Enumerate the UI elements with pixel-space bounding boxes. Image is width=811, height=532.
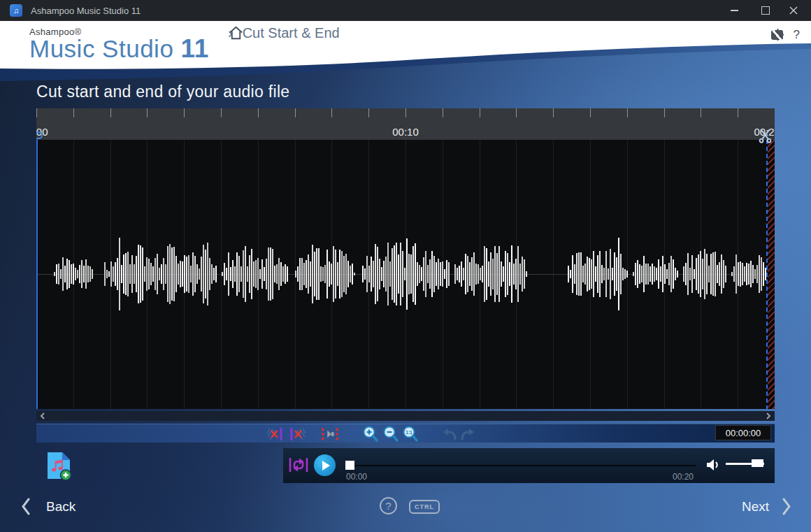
app-icon: ♫ [10, 4, 22, 17]
add-music-file-icon [46, 451, 72, 481]
maximize-icon [761, 6, 770, 15]
back-button[interactable]: Back [21, 498, 76, 515]
brand-name-label: Music Studio 11 [29, 37, 209, 61]
ctrl-shortcut-badge[interactable]: CTRL [409, 500, 440, 514]
ruler-label-middle: 00:10 [392, 126, 419, 138]
zoom-in-button[interactable] [361, 426, 380, 442]
titlebar: ♫ Ashampoo Music Studio 11 [0, 0, 811, 21]
chevron-left-icon [21, 498, 31, 515]
next-label: Next [742, 499, 769, 515]
selection-time-display: 00:00:00 [715, 425, 771, 440]
undo-icon [441, 427, 458, 441]
redo-button[interactable] [458, 426, 478, 442]
minimize-button[interactable] [720, 0, 748, 21]
zoom-reset-button[interactable]: 1:1 [401, 426, 420, 442]
timeline-ruler[interactable]: 00:00 00:10 00:20 [36, 108, 775, 140]
brand-logo: Ashampoo® Music Studio 11 [29, 27, 209, 61]
trim-selection-button[interactable] [320, 426, 340, 442]
delete-before-button[interactable] [266, 426, 286, 442]
back-label: Back [46, 499, 76, 515]
progress-handle[interactable] [345, 461, 354, 470]
play-button[interactable] [314, 454, 336, 476]
zoom-out-button[interactable] [381, 426, 401, 442]
volume-icon[interactable] [706, 459, 722, 471]
help-button[interactable]: ? [794, 28, 800, 42]
volume-handle[interactable] [752, 459, 763, 467]
scroll-left-icon[interactable] [40, 412, 45, 419]
loop-button[interactable] [289, 456, 308, 474]
waveform-area[interactable] [36, 140, 775, 409]
home-icon[interactable] [228, 25, 244, 41]
header: Ashampoo® Music Studio 11 › Cut Start & … [0, 21, 811, 85]
add-file-button[interactable] [46, 451, 72, 484]
ruler-ticks [36, 108, 775, 117]
scissors-icon[interactable] [758, 129, 773, 143]
scroll-right-icon[interactable] [766, 412, 771, 419]
undo-button[interactable] [440, 426, 459, 442]
breadcrumb-current: Cut Start & End [243, 25, 340, 41]
close-icon [789, 6, 798, 15]
help-circle-button[interactable]: ? [380, 497, 397, 515]
delete-after-button[interactable] [287, 426, 306, 442]
progress-track[interactable] [347, 465, 696, 466]
brand-name-text: Music Studio [29, 35, 181, 62]
app-window: ♫ Ashampoo Music Studio 11 Ashampoo® Mus… [0, 0, 811, 532]
end-marker[interactable] [766, 140, 768, 409]
brand-version: 11 [181, 34, 209, 63]
cut-region [768, 140, 775, 409]
zoom-ratio-label: 1:1 [406, 429, 412, 434]
start-marker[interactable] [36, 140, 38, 409]
play-icon [322, 461, 330, 470]
delete-before-icon [267, 427, 285, 441]
redo-icon [459, 427, 476, 441]
edit-toolbar: 1:1 00:00:00 [36, 424, 775, 443]
trim-selection-icon [320, 427, 340, 441]
zoom-out-icon [382, 426, 399, 443]
playback-bar: 00:00 00:20 [283, 448, 775, 483]
header-icons: ? [771, 28, 800, 42]
elapsed-time: 00:00 [346, 472, 367, 482]
total-time: 00:20 [673, 472, 694, 482]
waveform-canvas [36, 140, 775, 409]
delete-after-icon [287, 427, 306, 441]
page-title: Cut start and end of your audio file [36, 82, 289, 101]
close-button[interactable] [780, 0, 808, 21]
horizontal-scrollbar[interactable] [36, 411, 775, 421]
feedback-icon[interactable] [771, 30, 783, 40]
zoom-in-icon [362, 426, 379, 443]
start-marker-handle[interactable] [36, 131, 43, 139]
next-button[interactable]: Next [742, 498, 791, 515]
maximize-button[interactable] [752, 0, 780, 21]
window-title: Ashampoo Music Studio 11 [31, 6, 141, 16]
minimize-icon [731, 10, 738, 11]
chevron-right-nav-icon [782, 498, 791, 515]
breadcrumb: › Cut Start & End [228, 25, 340, 41]
zoom-one-to-one-icon: 1:1 [402, 426, 419, 443]
